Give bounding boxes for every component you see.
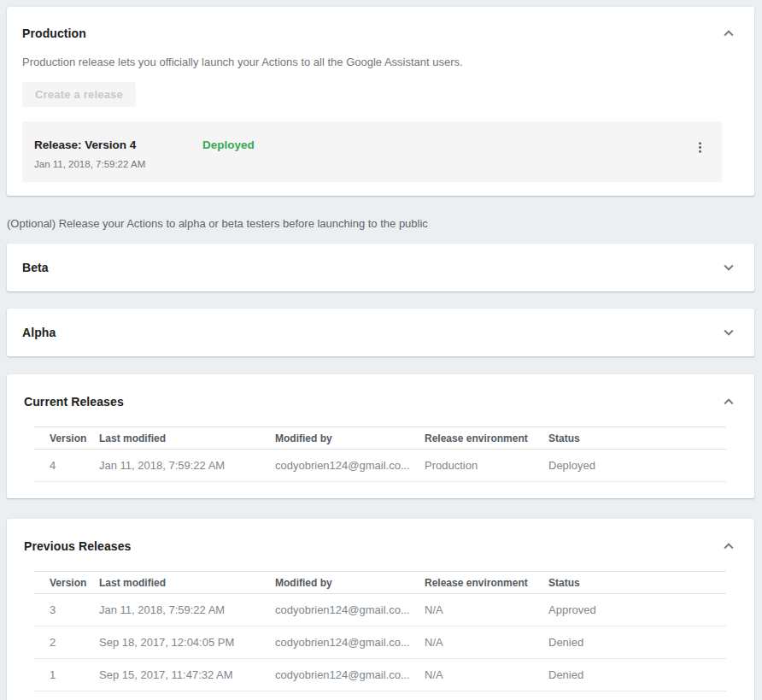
table-row: 1 Sep 15, 2017, 11:47:32 AM codyobrien12… — [34, 659, 726, 691]
table-row: 4 Jan 11, 2018, 7:59:22 AM codyobrien124… — [34, 450, 726, 482]
col-status: Status — [548, 572, 726, 594]
cell-version: 3 — [34, 594, 99, 626]
releases-page: Production Production release lets you o… — [0, 0, 762, 700]
cell-status: Deployed — [548, 450, 726, 482]
table-row: 3 Jan 11, 2018, 7:59:22 AM codyobrien124… — [34, 594, 726, 626]
release-title: Release: Version 4 — [34, 138, 202, 151]
table-header-row: Version Last modified Modified by Releas… — [34, 572, 726, 594]
cell-last-modified: Sep 15, 2017, 11:47:32 AM — [99, 659, 275, 691]
create-release-button[interactable]: Create a release — [22, 82, 136, 107]
table-header-row: Version Last modified Modified by Releas… — [34, 427, 726, 450]
chevron-up-icon — [719, 537, 738, 556]
cell-modified-by: codyobrien124@gmail.co... — [275, 450, 425, 482]
table-row: 2 Sep 18, 2017, 12:04:05 PM codyobrien12… — [34, 626, 726, 659]
cell-status: Denied — [548, 659, 726, 691]
col-modified-by: Modified by — [275, 427, 425, 450]
alpha-expand-button[interactable] — [718, 322, 739, 343]
cell-modified-by: codyobrien124@gmail.co... — [275, 626, 425, 659]
cell-status: Approved — [548, 594, 726, 626]
alpha-panel[interactable]: Alpha — [7, 309, 754, 356]
cell-last-modified: Jan 11, 2018, 7:59:22 AM — [99, 594, 275, 626]
release-date: Jan 11, 2018, 7:59:22 AM — [34, 159, 202, 169]
current-releases-table: Version Last modified Modified by Releas… — [34, 426, 726, 482]
alpha-title: Alpha — [22, 326, 56, 339]
production-description: Production release lets you officially l… — [22, 56, 739, 68]
col-last-modified: Last modified — [99, 427, 275, 450]
more-vert-icon — [692, 139, 708, 156]
cell-last-modified: Sep 18, 2017, 12:04:05 PM — [99, 626, 275, 659]
chevron-down-icon — [719, 258, 738, 277]
production-collapse-button[interactable] — [718, 23, 739, 44]
cell-version: 2 — [34, 626, 99, 659]
chevron-down-icon — [719, 323, 738, 342]
col-last-modified: Last modified — [99, 572, 275, 594]
col-version: Version — [34, 572, 99, 594]
cell-release-environment: Production — [425, 450, 548, 482]
production-title: Production — [22, 26, 86, 40]
col-release-environment: Release environment — [425, 427, 548, 450]
production-panel-header: Production — [22, 23, 739, 44]
chevron-up-icon — [719, 24, 738, 43]
cell-version: 4 — [34, 450, 99, 482]
current-releases-title: Current Releases — [24, 395, 124, 409]
previous-releases-panel: Previous Releases Version Last modified … — [7, 519, 754, 700]
cell-status: Denied — [548, 626, 726, 659]
beta-title: Beta — [22, 261, 49, 274]
release-card: Release: Version 4 Jan 11, 2018, 7:59:22… — [22, 121, 722, 182]
col-modified-by: Modified by — [275, 572, 425, 594]
cell-version: 1 — [34, 659, 99, 691]
beta-expand-button[interactable] — [718, 257, 739, 278]
col-release-environment: Release environment — [425, 572, 548, 594]
release-info: Release: Version 4 Jan 11, 2018, 7:59:22… — [34, 138, 202, 169]
chevron-up-icon — [719, 392, 738, 411]
beta-panel[interactable]: Beta — [7, 244, 754, 291]
previous-releases-title: Previous Releases — [24, 539, 131, 553]
cell-modified-by: codyobrien124@gmail.co... — [275, 594, 425, 626]
current-releases-collapse-button[interactable] — [718, 391, 739, 412]
col-version: Version — [34, 427, 99, 450]
col-status: Status — [548, 427, 726, 450]
cell-modified-by: codyobrien124@gmail.co... — [275, 659, 425, 691]
cell-release-environment: N/A — [425, 626, 548, 659]
current-releases-header: Current Releases — [7, 391, 754, 412]
optional-note: (Optional) Release your Actions to alpha… — [7, 217, 754, 230]
production-panel: Production Production release lets you o… — [7, 7, 754, 196]
cell-release-environment: N/A — [425, 659, 548, 691]
current-releases-panel: Current Releases Version Last modified M… — [7, 374, 754, 498]
cell-last-modified: Jan 11, 2018, 7:59:22 AM — [99, 450, 275, 482]
previous-releases-header: Previous Releases — [7, 536, 754, 556]
release-status-badge: Deployed — [202, 138, 255, 151]
previous-releases-collapse-button[interactable] — [718, 536, 739, 556]
release-more-options-button[interactable] — [689, 137, 710, 157]
cell-release-environment: N/A — [425, 594, 548, 626]
previous-releases-table: Version Last modified Modified by Releas… — [34, 571, 726, 691]
